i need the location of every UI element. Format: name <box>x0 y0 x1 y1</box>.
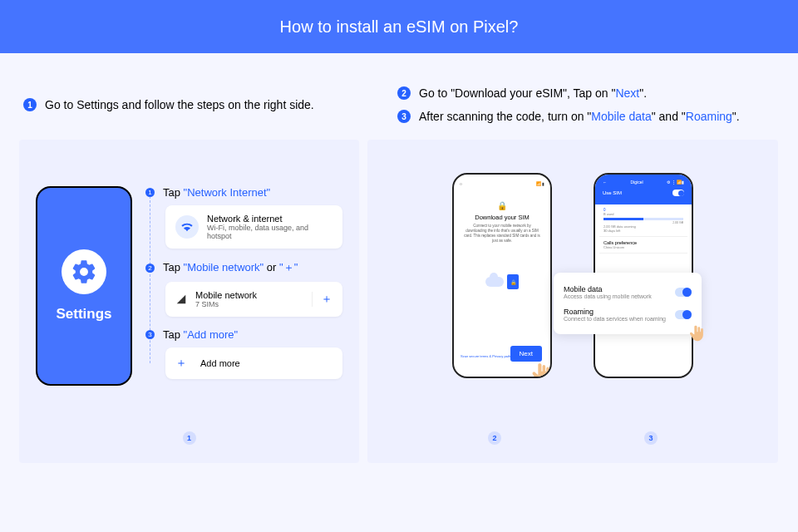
step-2: 2 Tap "Mobile network" or "＋" Mobile net… <box>145 260 342 317</box>
gear-icon-circle <box>62 249 106 294</box>
panel-right: ○📶 ▮ 🔒 Download your SIM Connect to your… <box>367 140 778 463</box>
step-2-text: Tap "Mobile network" or "＋" <box>163 260 298 275</box>
card-2-sub: 7 SIMs <box>195 300 303 308</box>
roaming-toggle[interactable] <box>675 310 692 319</box>
instruction-1: 1 Go to Settings and follow the steps on… <box>23 86 364 123</box>
privacy-link[interactable]: Scan secure terms & Privacy path <box>461 354 510 358</box>
top-instructions: 1 Go to Settings and follow the steps on… <box>0 53 798 140</box>
mobile-data-popup: Mobile data Access data using mobile net… <box>554 273 702 334</box>
card-2-title: Mobile network <box>195 290 303 300</box>
use-sim-toggle[interactable] <box>672 190 684 196</box>
panel-2-badges: 2 3 <box>367 431 778 445</box>
settings-phone-mock: Settings <box>36 186 132 386</box>
network-internet-card[interactable]: Network & internet Wi-Fi, mobile, data u… <box>165 205 342 249</box>
roaming-title: Roaming <box>564 308 666 316</box>
mobile-data-title: Mobile data <box>564 285 652 293</box>
panel-1-badge: 1 <box>183 431 196 445</box>
roaming-sub: Connect to data services when roaming <box>564 316 666 322</box>
mobile-data-toggle[interactable] <box>675 288 692 297</box>
step-2-num: 2 <box>145 264 155 273</box>
step-1: 1 Tap "Network Internet" Network & inter… <box>145 186 342 249</box>
mobile-network-card[interactable]: Mobile network 7 SIMs ＋ <box>165 282 342 317</box>
download-sim-sub: Connect to your mobile network by downlo… <box>458 224 546 243</box>
status-bar: ○📶 ▮ <box>458 181 546 186</box>
step-3: 3 Tap "Add more" ＋ Add more <box>145 328 342 379</box>
page-header: How to install an eSIM on Pixel? <box>0 0 798 53</box>
step-1-num: 1 <box>145 188 155 197</box>
step-3-num: 3 <box>145 330 155 339</box>
instruction-3: 3 After scanning the code, turn on "Mobi… <box>397 110 775 123</box>
plus-icon-left: ＋ <box>175 356 187 371</box>
gear-icon <box>70 258 98 286</box>
sim-card-icon: 🔒 <box>507 274 519 289</box>
wifi-icon <box>175 215 199 239</box>
panels-row: Settings 1 Tap "Network Internet" Networ… <box>0 140 798 463</box>
panel-left: Settings 1 Tap "Network Internet" Networ… <box>19 140 359 463</box>
phone3-header: ←Digicel⚙ ⋮ 📶▮ Use SIM <box>595 175 692 204</box>
plus-icon[interactable]: ＋ <box>312 292 332 307</box>
instructions-right: 2 Go to "Download your eSIM", Tap on "Ne… <box>397 86 775 123</box>
page-title: How to install an eSIM on Pixel? <box>280 17 519 37</box>
settings-label: Settings <box>56 306 111 323</box>
step-badge-1: 1 <box>23 98 37 111</box>
instruction-2-text: Go to "Download your eSIM", Tap on "Next… <box>419 86 647 100</box>
card-1-title: Network & internet <box>207 214 332 224</box>
use-sim-label: Use SIM <box>603 190 622 195</box>
mobile-data-sub: Access data using mobile network <box>564 293 652 299</box>
signal-icon <box>175 293 187 305</box>
badge-3: 3 <box>644 431 658 445</box>
badge-1: 1 <box>183 431 196 445</box>
download-sim-title: Download your SIM <box>458 214 546 221</box>
step-badge-2: 2 <box>397 86 411 100</box>
card-3-title: Add more <box>200 358 332 368</box>
cloud-icon <box>485 277 504 287</box>
lock-icon: 🔒 <box>458 201 546 210</box>
badge-2: 2 <box>488 431 501 445</box>
download-sim-phone: ○📶 ▮ 🔒 Download your SIM Connect to your… <box>452 173 552 378</box>
step-badge-3: 3 <box>397 110 411 123</box>
hand-cursor-icon <box>530 362 552 378</box>
step-3-text: Tap "Add more" <box>163 328 238 341</box>
next-button[interactable]: Next <box>510 346 542 362</box>
instruction-1-text: Go to Settings and follow the steps on t… <box>45 98 314 111</box>
hand-cursor-icon-2 <box>688 324 707 342</box>
step-1-text: Tap "Network Internet" <box>163 186 270 199</box>
steps-list: 1 Tap "Network Internet" Network & inter… <box>145 186 342 446</box>
add-more-card[interactable]: ＋ Add more <box>165 347 342 379</box>
download-illustration: 🔒 <box>458 274 546 289</box>
instruction-3-text: After scanning the code, turn on "Mobile… <box>419 110 740 123</box>
instruction-2: 2 Go to "Download your eSIM", Tap on "Ne… <box>397 86 775 100</box>
card-1-sub: Wi-Fi, mobile, data usage, and hotspot <box>207 224 332 240</box>
